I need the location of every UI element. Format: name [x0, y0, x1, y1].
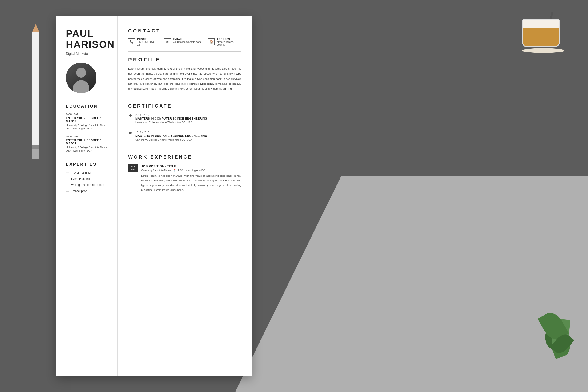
expertise-item-4: — Transcription — [66, 190, 110, 193]
edu-degree-2: ENTER YOUR DEGREE / MAJOR — [66, 138, 110, 145]
cert-school-2: University / College / Name,Washington D… — [135, 138, 241, 141]
edu-year-1: 2008 - 2011 — [66, 113, 110, 116]
experties-section: EXPERTIES — Travel Planning — Event Plan… — [66, 162, 110, 193]
contact-email: ✉ E-MAIL : yourmail@example.com — [164, 38, 201, 46]
work-year-end: 2010 — [129, 168, 137, 171]
resume-paper: PAUL HARISON Digital Marketer EDUCATION … — [56, 16, 252, 376]
email-label: E-MAIL : — [173, 38, 201, 40]
edu-entry-2: 2008 - 2011 ENTER YOUR DEGREE / MAJOR Un… — [66, 135, 110, 152]
edu-location-2: USA (Washington DC) — [66, 149, 110, 152]
cert-school-1: University / College / Name,Washington D… — [135, 121, 241, 124]
divider-education — [66, 157, 110, 158]
cert-year-2: 2013 - 2015 — [135, 131, 241, 134]
expertise-label-4: Transcription — [71, 190, 87, 193]
phone-value: +123 654 30 33 15 — [137, 40, 157, 46]
address-icon: 🏠 — [208, 38, 214, 45]
email-value: yourmail@example.com — [173, 40, 201, 43]
coffee-decoration — [522, 19, 564, 61]
experties-title: EXPERTIES — [66, 162, 110, 167]
left-column: PAUL HARISON Digital Marketer EDUCATION … — [56, 16, 118, 376]
expertise-dash-1: — — [66, 171, 69, 174]
expertise-item-2: — Event Planning — [66, 177, 110, 180]
contact-section: CONTACT 📞 PHONE : +123 654 30 33 15 ✉ E-… — [128, 28, 241, 46]
cert-degree-1: MASTERS IN COMPUTER SCINCE ENGENEERING — [135, 117, 241, 120]
divider-photo — [66, 99, 110, 99]
divider-profile — [128, 97, 241, 98]
contact-phone: 📞 PHONE : +123 654 30 33 15 — [128, 38, 157, 46]
profile-text: Lorem Ipsum is simply dummy text of the … — [128, 66, 241, 91]
phone-label: PHONE : — [137, 38, 157, 40]
expertise-label-1: Travel Planning — [71, 171, 90, 174]
expertise-item-3: — Writing Emails and Letters — [66, 183, 110, 186]
expertise-label-3: Writing Emails and Letters — [71, 183, 104, 186]
certificate-title: CERTIFICATE — [128, 103, 241, 109]
expertise-dash-4: — — [66, 190, 69, 193]
work-desc-1: Lorem Ipsum is has been manager with fiv… — [141, 174, 241, 192]
phone-icon: 📞 — [128, 38, 135, 45]
education-section: EDUCATION 2008 - 2011 ENTER YOUR DEGREE … — [66, 104, 110, 152]
divider-contact — [128, 51, 241, 52]
divider-cert — [128, 148, 241, 148]
last-name: HARISON — [66, 39, 110, 50]
email-icon: ✉ — [164, 38, 171, 45]
work-entry-1: 2008 2010 JOB POSITION / TITLE Company /… — [128, 164, 241, 192]
plant-decoration — [506, 274, 576, 368]
cert-dot-1 — [129, 114, 132, 117]
work-company-row-1: Company / Institute Name 📍 USA - Washing… — [141, 169, 241, 172]
edu-degree-1: ENTER YOUR DEGREE / MAJOR — [66, 116, 110, 123]
profile-title: PROFILE — [128, 57, 241, 63]
expertise-dash-2: — — [66, 177, 69, 180]
address-label: ADDRESS: — [217, 38, 241, 40]
pencil-decoration — [32, 24, 39, 165]
profile-photo — [66, 62, 96, 93]
location-pin-icon: 📍 — [173, 169, 176, 172]
expertise-dash-3: — — [66, 183, 69, 186]
contact-title: CONTACT — [128, 28, 241, 34]
work-company-1: Company / Institute Name — [141, 169, 171, 172]
cert-entry-2: 2013 - 2015 MASTERS IN COMPUTER SCINCE E… — [135, 131, 241, 141]
cert-timeline: 2013 - 2015 MASTERS IN COMPUTER SCINCE E… — [128, 114, 241, 141]
contact-address: 🏠 ADDRESS: street address, country — [208, 38, 241, 46]
work-location-1: USA - Washingtoon DC — [178, 169, 205, 172]
expertise-item-1: — Travel Planning — [66, 171, 110, 174]
work-job-title-1: JOB POSITION / TITLE — [141, 164, 241, 168]
education-title: EDUCATION — [66, 104, 110, 109]
cert-dot-2 — [129, 132, 132, 134]
expertise-label-2: Event Planning — [71, 177, 90, 180]
contact-row: 📞 PHONE : +123 654 30 33 15 ✉ E-MAIL : y… — [128, 38, 241, 46]
profile-section: PROFILE Lorem Ipsum is simply dummy text… — [128, 57, 241, 91]
name-section: PAUL HARISON Digital Marketer — [66, 28, 110, 56]
work-title: WORK EXPERIENCE — [128, 154, 241, 160]
edu-year-2: 2008 - 2011 — [66, 135, 110, 138]
right-column: CONTACT 📞 PHONE : +123 654 30 33 15 ✉ E-… — [118, 16, 252, 376]
work-year-start: 2008 — [129, 165, 137, 168]
edu-school-2: University / College / Institute Name — [66, 146, 110, 149]
address-value: street address, country — [217, 40, 241, 46]
cert-entry-1: 2013 - 2015 MASTERS IN COMPUTER SCINCE E… — [135, 114, 241, 124]
edu-location-1: USA (Washington DC) — [66, 127, 110, 130]
work-experience-section: WORK EXPERIENCE 2008 2010 JOB POSITION /… — [128, 154, 241, 192]
edu-entry-1: 2008 - 2011 ENTER YOUR DEGREE / MAJOR Un… — [66, 113, 110, 130]
work-year-badge: 2008 2010 — [128, 164, 138, 172]
edu-school-1: University / College / Institute Name — [66, 124, 110, 126]
job-title: Digital Marketer — [66, 52, 110, 56]
cert-year-1: 2013 - 2015 — [135, 114, 241, 116]
first-name: PAUL — [66, 28, 110, 39]
cert-degree-2: MASTERS IN COMPUTER SCINCE ENGENEERING — [135, 134, 241, 138]
certificate-section: CERTIFICATE 2013 - 2015 MASTERS IN COMPU… — [128, 103, 241, 141]
